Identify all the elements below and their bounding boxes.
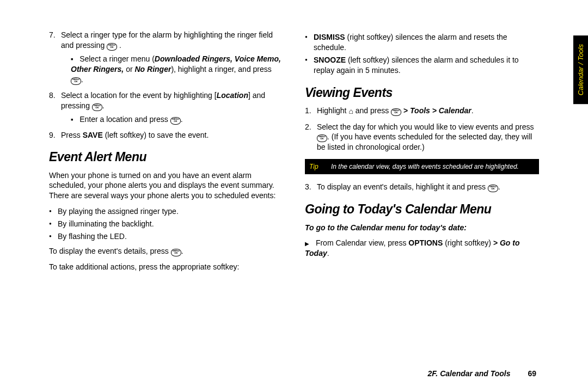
softkey-bullets: DISMISS (right softkey) silences the ala… — [305, 32, 539, 76]
step8-sub-a: Enter a location and press — [79, 115, 170, 124]
step8-sub-item: Enter a location and press . — [71, 114, 283, 125]
today-b: (right softkey) — [443, 238, 493, 247]
view1-a: Highlight — [317, 106, 348, 115]
step-9: Press SAVE (left softkey) to save the ev… — [59, 130, 283, 140]
view2-b: . (If you have events scheduled for the … — [317, 132, 532, 151]
right-column: DISMISS (right softkey) silences the ala… — [305, 30, 539, 376]
tip-label: Tip — [305, 159, 329, 174]
view1-b: and press — [356, 106, 391, 115]
page-footer: 2F. Calendar and Tools 69 — [428, 369, 536, 378]
disp-a: To display the event's details, press — [49, 247, 171, 255]
menu-ok-icon — [488, 185, 498, 192]
footer-section: 2F. Calendar and Tools — [428, 369, 511, 378]
view-step-2: Select the day for which you would like … — [315, 122, 539, 153]
step8-sub-b: . — [181, 115, 183, 124]
alert-bullets: By playing the assigned ringer type. By … — [49, 206, 283, 242]
heading-viewing-events: Viewing Events — [305, 84, 539, 101]
gt-icon: > — [403, 106, 408, 115]
event-alert-para: When your phone is turned on and you hav… — [49, 170, 283, 201]
heading-todays-calendar: Going to Today's Calendar Menu — [305, 201, 539, 218]
step7-sub-c: ), highlight a ringer, and press — [171, 65, 271, 74]
step9-a: Press — [61, 131, 83, 139]
step7-text-a: Select a ringer type for the alarm by hi… — [61, 30, 273, 50]
view3-a: To display an event's details, highlight… — [317, 182, 488, 191]
snooze-label: SNOOZE — [314, 56, 346, 64]
today-lead-text: To go to the Calendar menu for today's d… — [305, 223, 467, 232]
step8-a: Select a location for the event by highl… — [61, 91, 217, 100]
view3-b: . — [498, 182, 500, 191]
take-actions: To take additional actions, press the ap… — [49, 262, 283, 272]
step7-sub-item: Select a ringer menu (Downloaded Ringers… — [71, 54, 283, 85]
step7-sub-d: . — [81, 75, 83, 84]
view-step-3: To display an event's details, highlight… — [315, 182, 539, 192]
today-lead: To go to the Calendar menu for today's d… — [305, 223, 539, 233]
tip-text: In the calendar view, days with events s… — [329, 159, 539, 174]
step7-sublist: Select a ringer menu (Downloaded Ringers… — [61, 54, 283, 85]
step7-noringer: No Ringer — [134, 65, 171, 74]
today-c: . — [327, 249, 329, 258]
bullet-led: By flashing the LED. — [49, 231, 283, 242]
bullet-backlight: By illuminating the backlight. — [49, 219, 283, 229]
step-7: Select a ringer type for the alarm by hi… — [59, 30, 283, 85]
step-8: Select a location for the event by highl… — [59, 90, 283, 125]
display-details: To display the event's details, press . — [49, 246, 283, 256]
footer-page: 69 — [528, 369, 536, 378]
view-step-1: Highlight ⌂ and press > Tools > Calendar… — [315, 106, 539, 117]
step8-sublist: Enter a location and press . — [61, 114, 283, 125]
page-body: Select a ringer type for the alarm by hi… — [0, 0, 588, 392]
view-steps-3: To display an event's details, highlight… — [305, 182, 539, 192]
home-icon: ⌂ — [348, 106, 353, 117]
left-column: Select a ringer type for the alarm by hi… — [49, 30, 283, 376]
bullet-snooze: SNOOZE (left softkey) silences the alarm… — [305, 55, 539, 76]
menu-ok-icon — [92, 103, 102, 111]
step8-c: . — [102, 101, 105, 110]
bullet-ringer: By playing the assigned ringer type. — [49, 206, 283, 217]
side-tab: Calendar / Tools — [573, 35, 588, 104]
view1-c: . — [471, 106, 474, 115]
menu-ok-icon — [391, 108, 401, 116]
dismiss-label: DISMISS — [314, 33, 345, 41]
view-steps: Highlight ⌂ and press > Tools > Calendar… — [305, 106, 539, 153]
step7-text-b: . — [119, 41, 121, 50]
menu-ok-icon — [317, 134, 327, 142]
bullet-dismiss: DISMISS (right softkey) silences the ala… — [305, 32, 539, 53]
menu-ok-icon — [107, 43, 117, 51]
menu-ok-icon — [71, 77, 81, 85]
view1-path: Tools > Calendar — [410, 106, 471, 115]
step7-sub-a: Select a ringer menu ( — [79, 54, 155, 63]
view2-a: Select the day for which you would like … — [317, 122, 534, 131]
today-step: From Calendar view, press OPTIONS (right… — [305, 238, 539, 259]
tip-box: Tip In the calendar view, days with even… — [305, 159, 539, 174]
steps-7to9: Select a ringer type for the alarm by hi… — [49, 30, 283, 140]
menu-ok-icon — [171, 249, 181, 256]
step9-b: (left softkey) to save the event. — [103, 131, 209, 139]
step7-or: or — [124, 65, 134, 74]
today-a: From Calendar view, press — [316, 238, 408, 247]
menu-ok-icon — [170, 117, 181, 125]
gt-icon: > — [493, 238, 498, 247]
heading-event-alert: Event Alert Menu — [49, 149, 283, 166]
step8-location: Location — [217, 91, 248, 100]
today-options: OPTIONS — [408, 238, 443, 247]
step9-save: SAVE — [83, 131, 103, 139]
disp-b: . — [181, 247, 183, 255]
